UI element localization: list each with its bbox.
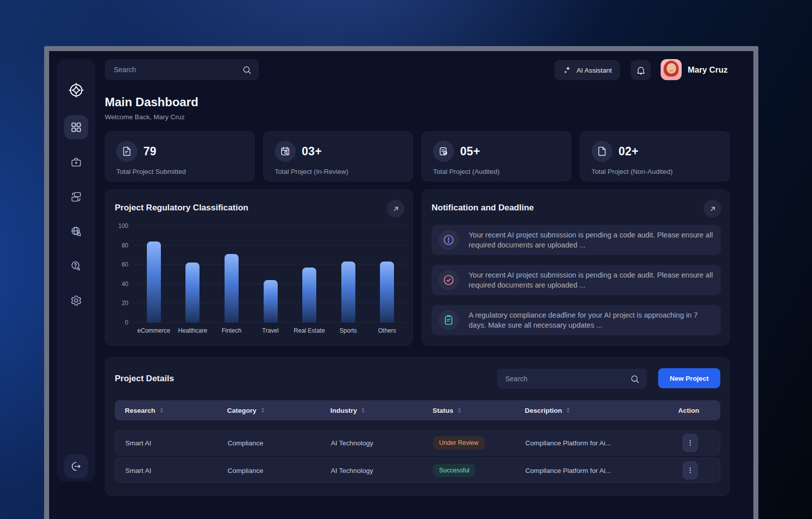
column-header-status[interactable]: Status xyxy=(433,407,462,414)
sort-icon xyxy=(159,408,164,413)
stat-value: 03+ xyxy=(302,145,322,158)
sort-icon xyxy=(260,408,266,413)
search-input[interactable] xyxy=(114,66,237,74)
y-tick-label: 100 xyxy=(118,222,128,229)
column-header-research[interactable]: Research xyxy=(125,407,164,414)
sidebar-item-help[interactable] xyxy=(65,255,87,277)
notifications-button[interactable] xyxy=(631,60,651,80)
cell-industry: AI Technology xyxy=(331,439,373,447)
logout-button[interactable] xyxy=(64,454,88,478)
stat-value: 79 xyxy=(143,145,156,158)
y-tick-label: 0 xyxy=(125,319,128,326)
column-header-description[interactable]: Description xyxy=(525,407,571,414)
column-header-industry[interactable]: Industry xyxy=(330,407,366,414)
avatar[interactable] xyxy=(661,59,682,80)
help-chat-icon xyxy=(70,260,82,272)
logout-icon xyxy=(70,460,82,472)
project-search-input[interactable] xyxy=(505,375,625,383)
stat-label: Total Project (Audited) xyxy=(433,168,500,175)
notification-text: Your recent AI project submission is pen… xyxy=(469,230,714,250)
notifications-title: Notification and Deadline xyxy=(432,203,534,213)
grid-icon xyxy=(70,121,82,133)
sidebar-item-settings[interactable] xyxy=(65,290,87,312)
table-header: Research Category Industry Status Descri… xyxy=(115,400,720,420)
arrow-up-right-icon xyxy=(709,205,717,213)
row-actions-button[interactable] xyxy=(683,434,698,452)
stat-value: 02+ xyxy=(619,145,639,158)
column-header-category[interactable]: Category xyxy=(227,407,266,414)
chart-plot-area xyxy=(134,226,407,323)
new-project-button[interactable]: New Project xyxy=(658,368,720,388)
sort-icon xyxy=(360,408,366,413)
bar-slot xyxy=(212,226,251,323)
bar-ecommerce xyxy=(147,241,161,323)
notification-item[interactable]: A regulatory compliance deadline for you… xyxy=(432,305,721,335)
stat-card-audited: 05+ Total Project (Audited) xyxy=(422,131,571,181)
cell-industry: AI Technology xyxy=(331,467,373,474)
y-axis: 020406080100 xyxy=(117,226,128,323)
cell-description: Compllance Platform for Ai... xyxy=(525,467,611,474)
search-icon xyxy=(630,374,640,384)
bar-chart: 020406080100 eCommerceHealthcareFintechT… xyxy=(117,222,407,338)
globe-search-icon xyxy=(70,225,82,237)
sidebar-item-global-search[interactable] xyxy=(65,220,87,242)
ai-assistant-label: AI Assistant xyxy=(576,67,612,74)
cell-description: Compllance Platform for Ai... xyxy=(525,439,611,447)
user-name: Mary Cruz xyxy=(688,59,728,80)
ellipsis-vertical-icon xyxy=(686,439,694,447)
cell-status: Under Review xyxy=(433,436,485,449)
bar-real-estate xyxy=(302,268,316,323)
sort-icon xyxy=(565,408,571,413)
file-icon xyxy=(591,141,613,162)
desktop-background: { "topbar": { "search_placeholder": "Sea… xyxy=(0,0,812,519)
table-row[interactable]: Smart AI Compliance AI Technology Succes… xyxy=(115,458,720,483)
x-axis-labels: eCommerceHealthcareFintechTravelReal Est… xyxy=(134,327,407,334)
sort-icon xyxy=(457,408,462,413)
bar-sports xyxy=(341,262,355,323)
sidebar-item-dashboard[interactable] xyxy=(64,115,88,139)
project-details-title: Project Details xyxy=(115,374,174,384)
row-actions-button[interactable] xyxy=(683,461,698,479)
bar-others xyxy=(380,262,394,323)
ai-assistant-button[interactable]: AI Assistant xyxy=(554,60,620,80)
bar-travel xyxy=(264,280,278,323)
notifications-panel: Notification and Deadline Your recent AI… xyxy=(422,189,730,346)
x-tick-label: Healthcare xyxy=(173,327,213,334)
clipboard-icon xyxy=(439,310,459,330)
bar-slot xyxy=(134,226,173,323)
chart-expand-button[interactable] xyxy=(387,200,404,217)
page-title: Main Dashboard xyxy=(105,95,198,109)
sidebar-item-projects[interactable] xyxy=(65,151,87,173)
stat-label: Total Project (Non-Audited) xyxy=(591,168,673,175)
bar-slot xyxy=(251,226,290,323)
check-circle-icon xyxy=(439,270,459,290)
stat-label: Total Project Submitted xyxy=(116,168,186,175)
notifications-expand-button[interactable] xyxy=(704,200,721,217)
column-header-action: Action xyxy=(678,407,699,414)
notification-item[interactable]: Your recent AI project submission is pen… xyxy=(432,225,721,255)
cell-category: Compliance xyxy=(228,439,263,447)
stat-label: Total Project (In-Review) xyxy=(275,168,348,175)
status-badge: Successful xyxy=(433,464,475,477)
cell-research: Smart AI xyxy=(125,467,151,474)
y-tick-label: 60 xyxy=(122,261,128,268)
clipboard-check-icon xyxy=(433,141,454,162)
sidebar-item-transactions[interactable] xyxy=(65,186,87,208)
notification-text: Your recent AI project submission is pen… xyxy=(469,270,714,290)
table-row[interactable]: Smart AI Compliance AI Technology Under … xyxy=(115,430,720,455)
x-tick-label: Sports xyxy=(329,327,368,334)
notification-text: A regulatory compliance deadline for you… xyxy=(469,310,714,330)
bell-icon xyxy=(636,65,646,76)
notification-item[interactable]: Your recent AI project submission is pen… xyxy=(432,265,721,295)
page-subtitle: Welcome Back, Mary Cruz xyxy=(105,113,185,121)
chart-bars xyxy=(134,226,407,323)
cards-transfer-icon xyxy=(70,191,82,203)
gear-icon xyxy=(70,295,82,307)
calendar-search-icon xyxy=(275,141,296,162)
bar-healthcare xyxy=(185,263,199,323)
global-search xyxy=(105,59,259,80)
status-badge: Under Review xyxy=(433,436,485,449)
y-tick-label: 40 xyxy=(122,281,128,288)
x-tick-label: Travel xyxy=(251,327,290,334)
bar-slot xyxy=(173,226,213,323)
